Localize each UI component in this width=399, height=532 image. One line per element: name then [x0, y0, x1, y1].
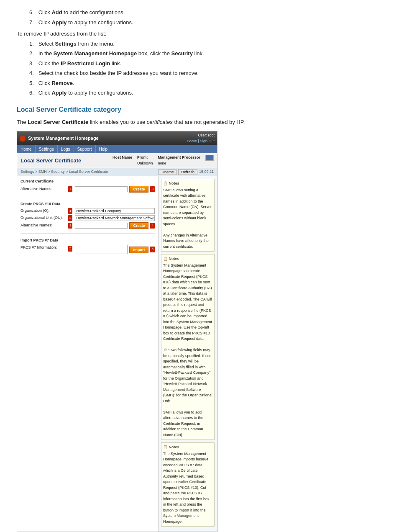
smh-breadcrumb: Settings > SMH > Security > Local Server…	[17, 168, 217, 176]
divider-2	[20, 233, 155, 234]
smh-title-text: System Management Homepage	[28, 135, 184, 142]
section-intro-bold: Local Server Certificate	[28, 119, 88, 125]
uname-button[interactable]: Uname	[159, 169, 176, 175]
remove-step-2: 2. In the System Management Homepage box…	[29, 49, 382, 58]
alt-names-input-2[interactable]	[75, 223, 128, 229]
remove-step-6: 6. Click Apply to apply the configuratio…	[29, 89, 382, 97]
pkcs7-label: PKCS #7 Information:	[20, 245, 66, 251]
smh-sidebar: 📋 Notes SMH allows setting a certificate…	[158, 176, 217, 532]
alt-names-row-2: Alternative Names: 3 Create 4	[20, 222, 155, 229]
grid-icon	[205, 155, 214, 161]
pkcs7-row: PKCS #7 Information: 5 Import 6	[20, 245, 155, 254]
notes-box-3: 📋 Notes The System Management Homepage i…	[161, 442, 215, 527]
create-num-8: 8	[150, 186, 154, 192]
smh-page-title: Local Server Certificate	[20, 157, 81, 165]
remove-step-3-link: IP Restricted Login	[61, 60, 110, 67]
step-7: 7. Click Apply to apply the configuratio…	[29, 18, 382, 27]
alt-names-row: Alternative Names: 7 Create 8	[20, 186, 155, 193]
alt-names-num-3: 3	[68, 223, 72, 229]
remove-step-5-remove: Remove	[51, 80, 73, 86]
screenshot-container: System Management Homepage User: root Ho…	[17, 131, 217, 532]
alt-names-input-1[interactable]	[75, 186, 128, 192]
notes-1-text-2: Any changes in Alternative Names have af…	[163, 233, 212, 250]
remove-step-2-security: Security	[171, 50, 193, 57]
notes-box-1: 📋 Notes SMH allows setting a certificate…	[161, 179, 215, 252]
smh-host-info: Host Name From:Unknown Management Proces…	[113, 155, 214, 166]
smh-logo-icon	[20, 136, 26, 141]
remove-intro: To remove IP addresses from the list:	[17, 30, 382, 38]
notes-2-text-2: The two following fields may be optional…	[163, 347, 212, 404]
create-button-2[interactable]: Create	[129, 222, 148, 229]
import-num-6: 6	[150, 247, 154, 252]
remove-step-5: 5. Click Remove.	[29, 79, 382, 87]
user-links[interactable]: Home | Sign Out	[187, 139, 215, 144]
user-name: User: root	[187, 133, 215, 139]
org-label: Organization (O):	[20, 208, 66, 214]
refresh-button[interactable]: Refresh	[178, 169, 197, 175]
remove-step-6-apply: Apply	[51, 90, 66, 96]
org-num-badge: 1	[68, 208, 72, 214]
step-7-bold: Apply	[51, 19, 66, 26]
smh-titlebar: System Management Homepage User: root Ho…	[17, 131, 217, 145]
remove-step-3: 3. Click the IP Restricted Login link.	[29, 59, 382, 68]
smh-main: Current Certificate Alternative Names: 7…	[17, 176, 158, 532]
remove-step-1-settings: Settings	[55, 41, 76, 47]
import-button[interactable]: Import	[129, 247, 148, 253]
pkcs7-num-5: 5	[68, 246, 72, 252]
smh-nav: Home Settings Logs Support Help	[17, 145, 217, 153]
notes-2-title: 📋 Notes	[163, 256, 212, 262]
current-cert-section: Current Certificate Alternative Names: 7…	[20, 179, 155, 193]
host-name-block: Host Name	[113, 155, 132, 166]
nav-settings[interactable]: Settings	[36, 145, 58, 153]
notes-3-text: The System Management Homepage imports b…	[163, 451, 212, 525]
smh-header-bar: Local Server Certificate Host Name From:…	[17, 153, 217, 168]
alt-names-label: Alternative Names:	[20, 186, 66, 192]
nav-support[interactable]: Support	[74, 145, 96, 153]
pkcs10-section: Create PKCS #10 Data Organization (O): 1…	[20, 201, 155, 229]
pkcs10-section-title: Create PKCS #10 Data	[20, 201, 155, 207]
alt-names-label-2: Alternative Names:	[20, 223, 66, 229]
import-section-title: Import PKCS #7 Data	[20, 238, 155, 244]
ou-row: Organizational Unit (OU): 2	[20, 215, 155, 221]
from-block: From:Unknown	[137, 155, 153, 166]
org-row: Organization (O): 1	[20, 208, 155, 214]
divider-1	[20, 197, 155, 197]
org-input[interactable]	[75, 208, 154, 214]
step-6: 6. Click Add to add the configurations.	[29, 8, 382, 17]
current-cert-label: Current Certificate	[20, 179, 155, 185]
mgmt-block: Management Processornone	[158, 155, 200, 166]
pkcs7-textarea[interactable]	[75, 245, 128, 254]
notes-1-text: SMH allows setting a certificate with al…	[163, 188, 212, 227]
create-num-4: 4	[150, 223, 154, 229]
notes-box-2: 📋 Notes The System Management Homepage c…	[161, 254, 215, 440]
nav-logs[interactable]: Logs	[58, 145, 74, 153]
nav-home[interactable]: Home	[17, 145, 36, 153]
remove-step-2-smh: System Management Homepage	[54, 50, 137, 57]
nav-help[interactable]: Help	[96, 145, 112, 153]
remove-steps: 1. Select Settings from the menu. 2. In …	[29, 40, 382, 97]
notes-2-text-3: SMH allows you to add alternative names …	[163, 410, 212, 438]
create-button-1[interactable]: Create	[129, 186, 148, 193]
smh-user-info: User: root Home | Sign Out	[187, 133, 215, 144]
pkcs7-section: Import PKCS #7 Data PKCS #7 Information:…	[20, 238, 155, 254]
section-intro: The Local Server Certificate link enable…	[17, 118, 382, 126]
notes-1-title: 📋 Notes	[163, 181, 212, 187]
section-intro-italic: certificates	[147, 119, 173, 125]
remove-step-1: 1. Select Settings from the menu.	[29, 40, 382, 48]
intro-steps: 6. Click Add to add the configurations. …	[29, 8, 382, 26]
breadcrumb-actions: Uname Refresh 15:09:21	[159, 169, 214, 175]
step-6-bold: Add	[51, 9, 62, 15]
section-heading: Local Server Certificate category	[17, 105, 382, 115]
ou-input[interactable]	[75, 215, 154, 221]
smh-body: Current Certificate Alternative Names: 7…	[17, 176, 217, 532]
ou-num-badge: 2	[68, 215, 72, 221]
ou-label: Organizational Unit (OU):	[20, 215, 66, 221]
notes-3-title: 📋 Notes	[163, 445, 212, 450]
remove-step-4: 4. Select the check box beside the IP ad…	[29, 69, 382, 77]
notes-2-text: The System Management Homepage can creat…	[163, 263, 212, 342]
timestamp: 15:09:21	[199, 169, 214, 175]
alt-names-num-badge: 7	[68, 186, 72, 192]
breadcrumb-path: Settings > SMH > Security > Local Server…	[20, 169, 108, 175]
